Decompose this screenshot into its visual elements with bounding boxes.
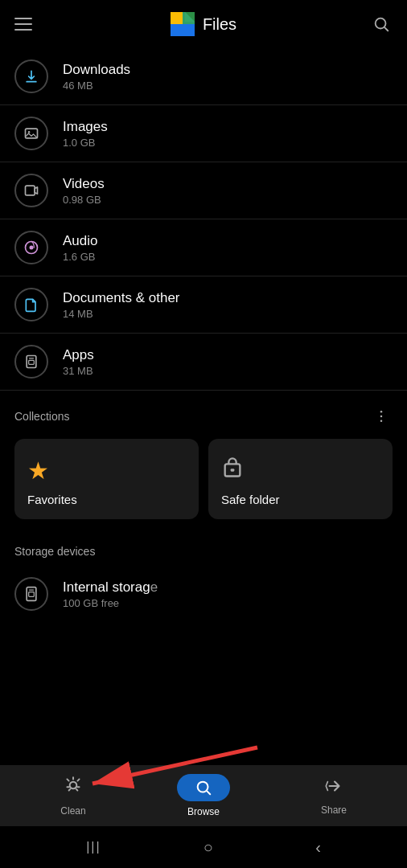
videos-info: Videos 0.98 GB [63, 176, 393, 206]
search-icon [372, 15, 390, 33]
safe-folder-icon [221, 457, 244, 485]
audio-icon [14, 231, 48, 264]
app-title: Files [203, 15, 236, 34]
audio-info: Audio 1.6 GB [63, 233, 393, 263]
nav-clean[interactable]: Clean [8, 775, 138, 817]
files-logo-icon [171, 12, 195, 36]
file-item-videos[interactable]: Videos 0.98 GB [0, 162, 407, 219]
storage-item-internal[interactable]: Internal storage 100 GB free [0, 566, 407, 622]
apps-size: 31 MB [63, 365, 393, 377]
svg-point-8 [28, 131, 31, 133]
favorites-label: Favorites [27, 493, 77, 506]
file-item-audio[interactable]: Audio 1.6 GB [0, 219, 407, 276]
storage-label: Storage devices [14, 545, 95, 558]
browse-nav-icon [195, 779, 212, 796]
collections-grid: ★ Favorites Safe folder [0, 436, 407, 530]
system-navigation-bar: ||| ○ ‹ [0, 826, 407, 868]
svg-point-17 [380, 420, 383, 423]
svg-point-16 [380, 416, 383, 418]
header-center: Files [171, 12, 236, 36]
images-size: 1.0 GB [63, 137, 393, 149]
collection-safe-folder[interactable]: Safe folder [208, 439, 393, 519]
share-nav-icon [323, 776, 344, 800]
downloads-size: 46 MB [63, 80, 393, 92]
apps-label: Apps [63, 347, 393, 363]
apps-icon [14, 345, 48, 379]
svg-line-5 [384, 27, 388, 31]
audio-size: 1.6 GB [63, 251, 393, 263]
audio-label: Audio [63, 233, 393, 249]
collections-label: Collections [14, 410, 69, 423]
svg-rect-12 [27, 356, 36, 368]
browse-nav-label: Browse [187, 806, 220, 817]
svg-marker-3 [183, 12, 195, 24]
collections-more-button[interactable] [370, 405, 393, 428]
clean-nav-label: Clean [60, 805, 85, 817]
images-info: Images 1.0 GB [63, 119, 393, 149]
file-item-documents[interactable]: Documents & other 14 MB [0, 276, 407, 334]
nav-browse[interactable]: Browse [138, 774, 269, 817]
app-header: Files [0, 0, 407, 48]
collection-favorites[interactable]: ★ Favorites [14, 439, 199, 519]
favorites-icon: ★ [27, 457, 49, 485]
svg-rect-20 [27, 588, 36, 601]
svg-point-11 [30, 246, 34, 250]
share-nav-label: Share [321, 805, 347, 816]
svg-rect-9 [26, 186, 35, 195]
file-item-downloads[interactable]: Downloads 46 MB [0, 48, 407, 105]
videos-size: 0.98 GB [63, 194, 393, 206]
browse-nav-icon-wrap [177, 774, 230, 801]
file-item-apps[interactable]: Apps 31 MB [0, 334, 407, 391]
downloads-icon [14, 59, 48, 93]
svg-rect-14 [29, 360, 35, 364]
documents-icon [14, 288, 48, 321]
svg-marker-2 [171, 12, 183, 24]
home-button[interactable]: ○ [187, 832, 229, 863]
videos-label: Videos [63, 176, 393, 192]
file-item-images[interactable]: Images 1.0 GB [0, 105, 407, 162]
documents-size: 14 MB [63, 308, 393, 320]
videos-icon [14, 174, 48, 207]
documents-info: Documents & other 14 MB [63, 290, 393, 320]
documents-label: Documents & other [63, 290, 393, 306]
images-label: Images [63, 119, 393, 135]
internal-storage-name: Internal storage [63, 579, 393, 596]
search-button[interactable] [370, 13, 393, 35]
file-list: Downloads 46 MB Images 1.0 GB Videos 0.9… [0, 48, 407, 391]
back-button[interactable]: ‹ [299, 832, 337, 863]
recent-apps-button[interactable]: ||| [70, 833, 117, 861]
downloads-label: Downloads [63, 62, 393, 78]
svg-point-15 [380, 411, 383, 413]
svg-rect-19 [231, 469, 235, 472]
internal-storage-detail: 100 GB free [63, 597, 393, 609]
nav-share[interactable]: Share [269, 776, 399, 816]
menu-icon[interactable] [14, 13, 37, 35]
images-icon [14, 117, 48, 150]
bottom-navigation: Clean Browse Share [0, 765, 407, 826]
internal-storage-icon [14, 577, 48, 611]
clean-nav-icon [63, 775, 84, 800]
apps-info: Apps 31 MB [63, 347, 393, 377]
svg-rect-22 [29, 592, 35, 597]
storage-header: Storage devices [0, 530, 407, 566]
safe-folder-label: Safe folder [221, 493, 280, 506]
internal-storage-info: Internal storage 100 GB free [63, 579, 393, 609]
downloads-info: Downloads 46 MB [63, 62, 393, 92]
svg-line-24 [207, 791, 210, 794]
collections-header: Collections [0, 391, 407, 436]
